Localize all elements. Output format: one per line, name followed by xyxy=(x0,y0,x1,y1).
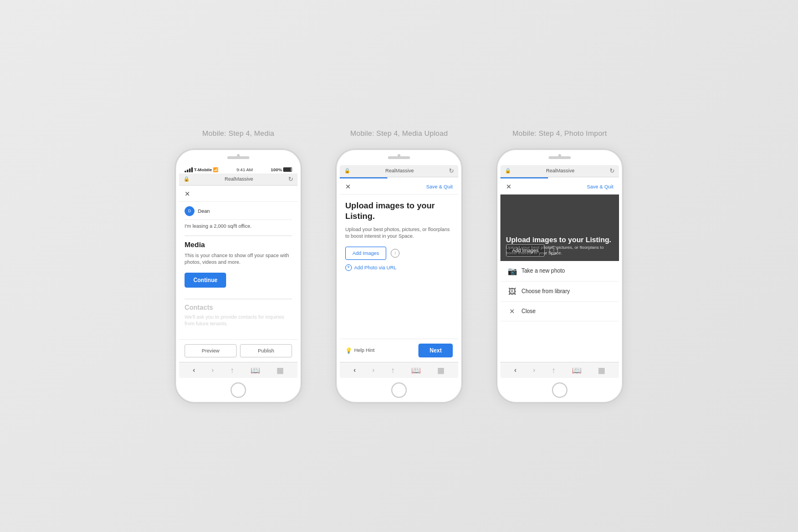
lock-icon-1: 🔒 xyxy=(183,176,190,182)
home-button-3[interactable] xyxy=(552,382,567,398)
user-info-row: D Dean xyxy=(185,206,292,220)
carrier-label-1: T-Mobile xyxy=(194,167,212,172)
user-avatar-1: D xyxy=(185,206,195,216)
battery-label-1: 100% xyxy=(271,167,282,172)
screen3-header: ✕ Save & Quit xyxy=(500,178,619,195)
divider-1 xyxy=(185,236,292,236)
upload-desc-2: Upload your best photos, pictures, or fl… xyxy=(345,226,453,240)
close-icon-1[interactable]: ✕ xyxy=(185,190,190,198)
browser-bar-3: 🔒 RealMassive ↻ xyxy=(500,165,619,177)
phone-screen-2: 🔒 RealMassive ↻ ✕ Save & Quit Upload ima… xyxy=(340,165,458,378)
status-bar-right-1: 100% xyxy=(271,167,292,172)
media-section-title: Media xyxy=(185,241,292,249)
share-icon-2[interactable]: ↑ xyxy=(391,366,395,375)
close-label-3: Close xyxy=(521,308,536,314)
phone-speaker-3 xyxy=(559,154,561,157)
screen1-header: ✕ xyxy=(179,186,298,202)
upload-title-2: Upload images to your Listing. xyxy=(345,200,453,222)
screen2-main-content: ✕ Save & Quit Upload images to your List… xyxy=(340,178,458,362)
tabs-icon-3[interactable]: ▦ xyxy=(598,366,605,375)
add-images-row-2: Add Images i xyxy=(345,247,453,260)
phone-frame-2: 🔒 RealMassive ↻ ✕ Save & Quit Upload ima… xyxy=(335,149,463,403)
contacts-section: Contacts We'll ask you to provide contac… xyxy=(185,304,292,328)
screen3-upload-title: Upload images to your Listing. xyxy=(506,236,613,245)
add-images-button-3[interactable]: Add Images xyxy=(506,244,545,257)
forward-arrow-icon-2[interactable]: › xyxy=(372,366,375,374)
wifi-icon-1: 📶 xyxy=(213,167,218,172)
add-url-row-2[interactable]: + Add Photo via URL xyxy=(345,264,453,271)
refresh-icon-2[interactable]: ↻ xyxy=(449,167,454,175)
plus-circle-icon-2: + xyxy=(345,264,352,271)
battery-icon-1 xyxy=(283,167,292,172)
phone-frame-1: T-Mobile 📶 9:41 AM 100% 🔒 Rea xyxy=(175,149,302,403)
back-arrow-icon-3[interactable]: ‹ xyxy=(514,366,516,374)
user-name-label: Dean xyxy=(198,208,210,214)
close-x-icon-3: ✕ xyxy=(507,308,517,315)
info-icon-2[interactable]: i xyxy=(391,249,400,258)
home-button-2[interactable] xyxy=(391,382,407,398)
publish-button[interactable]: Publish xyxy=(240,344,292,357)
forward-arrow-icon-3[interactable]: › xyxy=(533,366,535,374)
screen2-label: Mobile: Step 4, Media Upload xyxy=(350,129,448,137)
screen1-footer: Preview Publish xyxy=(179,339,298,362)
choose-library-option[interactable]: 🖼 Choose from library xyxy=(500,282,619,302)
screen3-section: Mobile: Step 4, Photo Import 🔒 RealMassi… xyxy=(496,129,623,403)
save-quit-link-3[interactable]: Save & Quit xyxy=(587,184,613,190)
screen2-body: Upload images to your Listing. Upload yo… xyxy=(340,195,458,339)
page-container: Mobile: Step 4, Media T-Mobile 📶 xyxy=(152,85,646,448)
screen2-section: Mobile: Step 4, Media Upload 🔒 RealMassi… xyxy=(335,129,463,403)
refresh-icon-1[interactable]: ↻ xyxy=(288,176,293,183)
share-icon-3[interactable]: ↑ xyxy=(551,366,555,375)
share-icon-1[interactable]: ↑ xyxy=(230,366,234,375)
phone-speaker-2 xyxy=(398,154,401,157)
bookmark-icon-2[interactable]: 📖 xyxy=(411,366,421,375)
info-icon-3[interactable]: i xyxy=(549,246,558,255)
screen3-add-btn-row: Add Images i xyxy=(506,244,613,257)
back-arrow-icon-1[interactable]: ‹ xyxy=(193,366,195,374)
preview-button[interactable]: Preview xyxy=(185,344,237,357)
tabs-icon-2[interactable]: ▦ xyxy=(437,366,444,375)
phone-frame-3: 🔒 RealMassive ↻ ✕ Save & Quit xyxy=(496,149,623,403)
back-arrow-icon-2[interactable]: ‹ xyxy=(354,366,356,374)
screen3-options: 📷 Take a new photo 🖼 Choose from library… xyxy=(500,261,619,362)
screen1-main-content: ✕ D Dean I'm leasing a 2,000 sq/ft offic… xyxy=(179,186,298,362)
browser-nav-2: ‹ › ↑ 📖 ▦ xyxy=(340,362,458,378)
screen3-image-area: Upload images to your Listing. Upload yo… xyxy=(500,195,619,261)
url-text-1: RealMassive xyxy=(224,176,253,182)
bulb-icon-2: 💡 xyxy=(345,347,352,354)
time-label-1: 9:41 AM xyxy=(237,167,253,172)
help-hint-row-2: 💡 Help Hint xyxy=(345,347,375,354)
forward-arrow-icon-1[interactable]: › xyxy=(212,366,214,374)
status-bar-left-1: T-Mobile 📶 xyxy=(185,167,218,172)
browser-url-1: RealMassive xyxy=(224,176,253,182)
lease-text-1: I'm leasing a 2,000 sq/ft office. xyxy=(185,223,292,229)
continue-button[interactable]: Continue xyxy=(185,273,226,288)
browser-nav-1: ‹ › ↑ 📖 ▦ xyxy=(179,362,298,378)
save-quit-link-2[interactable]: Save & Quit xyxy=(426,184,453,190)
refresh-icon-3[interactable]: ↻ xyxy=(610,167,615,175)
bookmark-icon-1[interactable]: 📖 xyxy=(250,366,260,375)
next-button-2[interactable]: Next xyxy=(418,344,453,357)
screen1-body: D Dean I'm leasing a 2,000 sq/ft office.… xyxy=(179,202,298,339)
library-icon-3: 🖼 xyxy=(507,287,517,296)
url-text-3: RealMassive xyxy=(546,168,575,173)
choose-library-label: Choose from library xyxy=(521,288,570,294)
home-button-1[interactable] xyxy=(231,382,246,398)
close-icon-2[interactable]: ✕ xyxy=(345,183,351,191)
take-photo-option[interactable]: 📷 Take a new photo xyxy=(500,261,619,282)
close-option[interactable]: ✕ Close xyxy=(500,302,619,321)
add-images-button-2[interactable]: Add Images xyxy=(345,247,386,260)
browser-nav-3: ‹ › ↑ 📖 ▦ xyxy=(500,362,619,378)
camera-icon-3: 📷 xyxy=(507,267,517,275)
close-icon-3[interactable]: ✕ xyxy=(506,183,511,191)
add-url-label-2: Add Photo via URL xyxy=(354,265,397,270)
phone-screen-1: T-Mobile 📶 9:41 AM 100% 🔒 Rea xyxy=(179,165,298,378)
phone-speaker-1 xyxy=(237,154,240,157)
browser-bar-2: 🔒 RealMassive ↻ xyxy=(340,165,458,177)
contacts-desc: We'll ask you to provide contacts for in… xyxy=(185,314,292,328)
help-hint-label-2: Help Hint xyxy=(354,347,375,353)
take-photo-label: Take a new photo xyxy=(521,268,565,274)
bookmark-icon-3[interactable]: 📖 xyxy=(572,366,581,375)
screen1-section: Mobile: Step 4, Media T-Mobile 📶 xyxy=(175,129,302,403)
tabs-icon-1[interactable]: ▦ xyxy=(277,366,284,375)
